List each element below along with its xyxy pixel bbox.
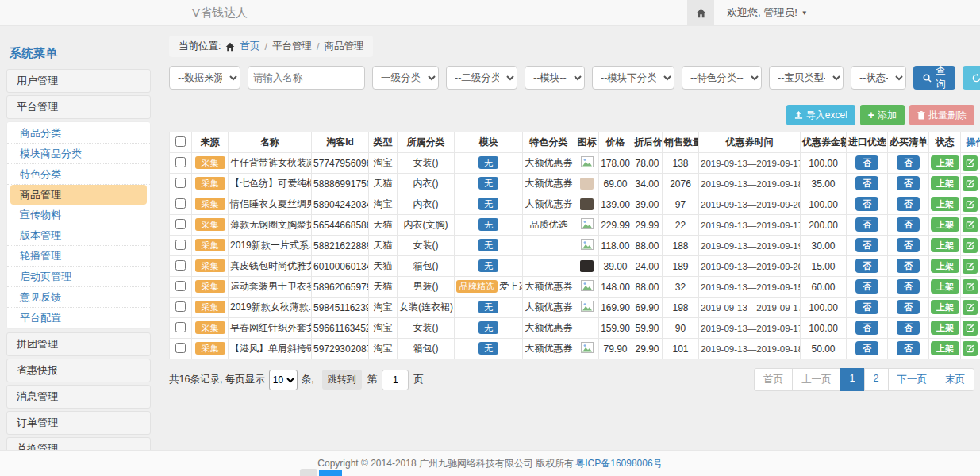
row-checkbox[interactable]	[175, 198, 186, 209]
sidebar-sub-item[interactable]: 模块商品分类	[7, 144, 150, 164]
edit-button[interactable]	[963, 300, 978, 315]
sidebar-group-item[interactable]: 订单管理	[6, 411, 151, 435]
source-cell: 采集	[192, 256, 229, 277]
filter-select[interactable]: --二级分类--	[446, 66, 517, 90]
must-buy-toggle[interactable]: 否	[897, 155, 920, 170]
filter-select[interactable]: --宝贝类型--	[769, 66, 844, 90]
sidebar-group-item[interactable]: 消息管理	[6, 385, 151, 409]
import-select-toggle[interactable]: 否	[855, 279, 878, 294]
edit-button[interactable]	[963, 238, 978, 253]
edit-button[interactable]	[963, 197, 978, 212]
edit-button[interactable]	[963, 259, 978, 274]
sidebar-sub-item[interactable]: 启动页管理	[7, 267, 150, 287]
status-badge[interactable]: 上架	[931, 238, 959, 252]
filter-select[interactable]: --数据来源--	[169, 66, 240, 90]
pager-current-page[interactable]: 1	[840, 368, 865, 391]
filter-select[interactable]: 一级分类	[372, 66, 439, 90]
must-buy-toggle[interactable]: 否	[897, 300, 920, 314]
sidebar-sub-item[interactable]: 特色分类	[7, 164, 150, 185]
row-checkbox[interactable]	[175, 322, 186, 332]
row-checkbox[interactable]	[175, 260, 186, 271]
filter-select[interactable]: --模块--	[525, 66, 585, 90]
per-page-select[interactable]: 10	[269, 370, 298, 390]
import-select-toggle[interactable]: 否	[855, 176, 878, 190]
status-badge[interactable]: 上架	[931, 217, 959, 232]
pager-button[interactable]: 下一页	[888, 368, 937, 391]
sidebar-sub-item[interactable]: 版本管理	[7, 225, 150, 246]
edit-button[interactable]	[963, 279, 978, 294]
import-select-toggle[interactable]: 否	[855, 217, 878, 232]
status-badge[interactable]: 上架	[931, 321, 959, 335]
filter-select[interactable]: --特色分类--	[682, 66, 762, 90]
row-checkbox[interactable]	[175, 301, 186, 312]
user-menu[interactable]: 欢迎您, 管理员! ▼	[727, 6, 808, 20]
status-badge[interactable]: 上架	[931, 259, 959, 273]
page-number-input[interactable]	[382, 370, 409, 390]
sidebar-sub-item[interactable]: 平台配置	[7, 308, 150, 328]
source-cell: 采集	[192, 153, 229, 174]
status-badge[interactable]: 上架	[931, 176, 959, 190]
filter-select[interactable]: --模块下分类--	[592, 66, 674, 90]
must-buy-toggle[interactable]: 否	[897, 279, 920, 294]
import-select-toggle[interactable]: 否	[855, 197, 878, 211]
select-all-checkbox[interactable]	[175, 136, 186, 147]
import-select-toggle[interactable]: 否	[855, 155, 878, 170]
row-checkbox[interactable]	[175, 281, 186, 291]
import-excel-button[interactable]: 导入excel	[786, 105, 855, 125]
batch-delete-button[interactable]: 批量删除	[909, 105, 974, 125]
icp-link[interactable]: 粤ICP备16098006号	[575, 457, 662, 470]
status-badge[interactable]: 上架	[931, 341, 959, 355]
status-badge[interactable]: 上架	[931, 155, 959, 170]
import-select-toggle[interactable]: 否	[855, 238, 878, 252]
reset-button[interactable]: 重置	[963, 66, 980, 90]
column-header: 淘客Id	[312, 132, 369, 153]
sidebar-group-item[interactable]: 省惠快报	[6, 359, 151, 382]
row-checkbox[interactable]	[175, 178, 186, 188]
import-select-toggle[interactable]: 否	[855, 341, 878, 355]
status-badge[interactable]: 上架	[931, 279, 959, 294]
import-select-toggle[interactable]: 否	[855, 259, 878, 273]
must-buy-toggle[interactable]: 否	[897, 217, 920, 232]
edit-button[interactable]	[963, 341, 978, 356]
status-badge[interactable]: 上架	[931, 300, 959, 314]
module-none-badge: 无	[478, 301, 498, 313]
sidebar-sub-item[interactable]: 轮播管理	[7, 246, 150, 267]
sidebar-group-item[interactable]: 兑换管理	[6, 437, 151, 450]
filter-select[interactable]: --状态--	[851, 66, 906, 90]
sidebar-sub-item[interactable]: 商品管理	[10, 185, 147, 205]
pager-button[interactable]: 2	[864, 368, 889, 391]
add-button[interactable]: + 添加	[860, 105, 905, 125]
search-button[interactable]: 查询	[913, 66, 955, 90]
sidebar-sub-item[interactable]: 意见反馈	[7, 287, 150, 308]
table-row: 采集2019新款女秋薄款...598451162391淘宝女装(连衣裙)无大额优…	[170, 298, 980, 318]
edit-button[interactable]	[963, 217, 978, 232]
import-select-toggle[interactable]: 否	[855, 321, 878, 335]
must-buy-toggle[interactable]: 否	[897, 197, 920, 211]
edit-button[interactable]	[963, 155, 978, 171]
row-checkbox[interactable]	[175, 157, 186, 167]
must-buy-toggle[interactable]: 否	[897, 238, 920, 252]
row-checkbox[interactable]	[175, 219, 186, 229]
pager-button[interactable]: 末页	[936, 368, 974, 391]
sidebar-group-item[interactable]: 用户管理	[6, 69, 151, 93]
pager-button[interactable]: 首页	[754, 368, 793, 391]
source-badge: 采集	[195, 239, 225, 251]
name-search-input[interactable]	[248, 66, 365, 90]
sidebar-sub-item[interactable]: 宣传物料	[7, 205, 150, 225]
pager-button[interactable]: 上一页	[792, 368, 841, 391]
must-buy-toggle[interactable]: 否	[897, 259, 920, 273]
home-button[interactable]	[687, 0, 714, 25]
edit-button[interactable]	[963, 321, 978, 336]
must-buy-toggle[interactable]: 否	[897, 176, 920, 190]
sidebar-sub-item[interactable]: 商品分类	[7, 123, 150, 144]
import-select-toggle[interactable]: 否	[855, 300, 878, 314]
sidebar-group-item[interactable]: 平台管理	[6, 95, 151, 119]
status-badge[interactable]: 上架	[931, 197, 959, 211]
must-buy-toggle[interactable]: 否	[897, 341, 920, 355]
edit-button[interactable]	[963, 176, 978, 191]
row-checkbox[interactable]	[175, 343, 186, 353]
must-buy-toggle[interactable]: 否	[897, 321, 920, 335]
sidebar-group-item[interactable]: 拼团管理	[6, 332, 151, 356]
row-checkbox[interactable]	[175, 240, 186, 250]
breadcrumb-home-link[interactable]: 首页	[240, 40, 259, 53]
